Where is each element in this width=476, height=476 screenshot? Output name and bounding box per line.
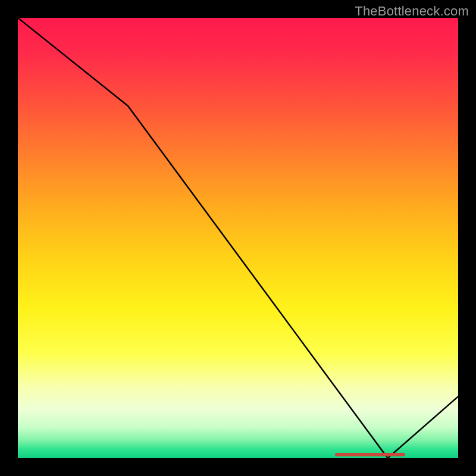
optimal-range-marker (335, 453, 405, 456)
bottleneck-curve (18, 18, 458, 458)
watermark-text: TheBottleneck.com (355, 4, 469, 19)
plot-area (18, 18, 458, 458)
curve-polyline (18, 18, 458, 458)
chart-frame: TheBottleneck.com (0, 0, 476, 476)
